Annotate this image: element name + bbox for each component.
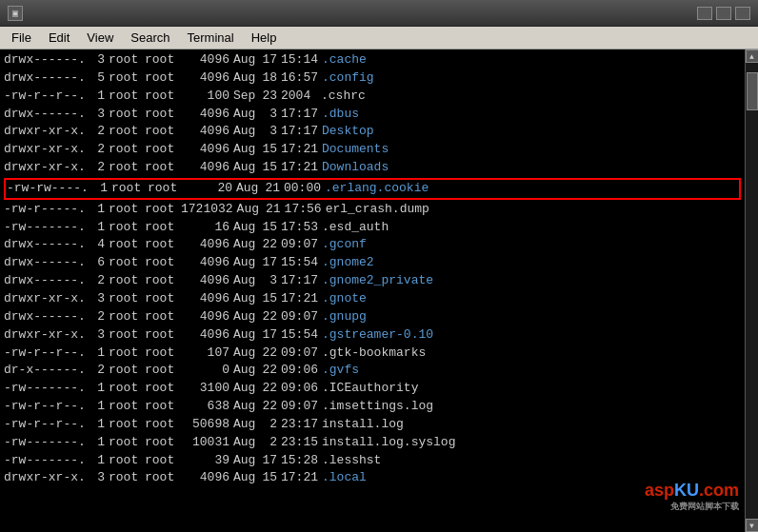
col-perms: drwxr-xr-x. <box>4 123 90 141</box>
col-group: root <box>145 254 181 272</box>
col-name: .erlang.cookie <box>325 180 429 198</box>
table-row: drwxr-xr-x.3root root 4096Aug 1517:21 .l… <box>4 469 741 487</box>
col-month: Aug <box>233 254 260 272</box>
table-row: drwxr-xr-x.2root root 4096Aug 317:17 Des… <box>4 123 741 141</box>
col-day: 2 <box>260 434 281 452</box>
col-group: root <box>148 180 184 198</box>
table-row: -rw-r--r--.1root root 50698Aug 223:17 in… <box>4 416 741 434</box>
col-size: 4096 <box>181 254 233 272</box>
table-row: drwx------.2root root 4096Aug 2209:07 .g… <box>4 308 741 326</box>
col-size: 4096 <box>181 141 233 159</box>
col-size: 39 <box>181 452 233 470</box>
scrollbar-track[interactable] <box>746 63 759 519</box>
col-perms: -rw-------. <box>4 219 90 237</box>
col-name: Downloads <box>322 159 389 177</box>
col-size: 4096 <box>181 308 233 326</box>
col-size: 1721032 <box>181 201 237 219</box>
menu-search[interactable]: Search <box>123 29 177 47</box>
menu-file[interactable]: File <box>4 29 39 47</box>
scroll-up-button[interactable]: ▲ <box>746 49 759 63</box>
col-group: root <box>145 308 181 326</box>
table-row: -rw-r--r--.1root root 100Sep 232004 .csh… <box>4 88 741 106</box>
col-name: .gnome2_private <box>322 272 433 290</box>
col-owner: root <box>109 236 145 254</box>
col-time: 09:07 <box>281 398 322 416</box>
col-day: 21 <box>264 201 285 219</box>
col-perms: drwxr-xr-x. <box>4 326 90 345</box>
table-row: -rw-r--r--.1root root 638Aug 2209:07 .im… <box>4 398 741 416</box>
terminal-content[interactable]: drwx------.3root root 4096Aug 1715:14 .c… <box>0 49 745 532</box>
scrollbar[interactable]: ▲ ▼ <box>745 49 758 532</box>
col-perms: -rw-------. <box>4 380 90 398</box>
scroll-down-button[interactable]: ▼ <box>746 519 759 532</box>
col-group: root <box>145 69 181 88</box>
col-month: Aug <box>233 219 260 237</box>
col-month: Aug <box>233 290 260 308</box>
col-links: 2 <box>90 272 109 290</box>
col-month: Aug <box>236 180 263 198</box>
menu-help[interactable]: Help <box>244 29 285 47</box>
col-month: Aug <box>233 51 260 69</box>
watermark-sub: 免费网站脚本下载 <box>645 501 739 513</box>
col-time: 09:07 <box>281 236 322 254</box>
col-perms: -rw-r--r--. <box>4 88 90 106</box>
col-name: .imsettings.log <box>322 398 433 416</box>
watermark-asp: asp <box>645 481 674 500</box>
table-row: -rw-r-----.1root root 1721032Aug 2117:56… <box>4 201 741 219</box>
col-time: 09:07 <box>281 345 322 363</box>
col-group: root <box>145 159 181 177</box>
minimize-button[interactable] <box>697 7 712 20</box>
table-row: -rw-------.1root root 39Aug 1715:28 .les… <box>4 452 741 470</box>
title-bar: ▣ <box>0 0 758 27</box>
col-links: 1 <box>90 201 109 219</box>
col-owner: root <box>109 141 145 159</box>
col-owner: root <box>109 434 145 452</box>
scrollbar-thumb[interactable] <box>747 72 758 110</box>
col-name: .config <box>322 69 374 88</box>
col-size: 100 <box>181 88 233 106</box>
col-group: root <box>145 326 181 345</box>
menu-terminal[interactable]: Terminal <box>180 29 242 47</box>
col-size: 4096 <box>181 123 233 141</box>
col-links: 3 <box>90 290 109 308</box>
col-day: 15 <box>260 141 281 159</box>
col-links: 1 <box>90 380 109 398</box>
table-row: dr-x------.2root root 0Aug 2209:06 .gvfs <box>4 362 741 380</box>
col-size: 638 <box>181 398 233 416</box>
col-name: .gvfs <box>322 362 359 380</box>
col-time: 17:17 <box>281 106 322 124</box>
col-links: 6 <box>90 254 109 272</box>
col-month: Aug <box>233 469 260 487</box>
menu-view[interactable]: View <box>79 29 121 47</box>
col-day: 2 <box>260 416 281 434</box>
col-links: 1 <box>90 345 109 363</box>
col-time: 17:21 <box>281 290 322 308</box>
col-day: 17 <box>260 452 281 470</box>
col-links: 3 <box>90 106 109 124</box>
maximize-button[interactable] <box>716 7 731 20</box>
col-time: 23:17 <box>281 416 322 434</box>
col-month: Aug <box>233 380 260 398</box>
col-size: 4096 <box>181 326 233 345</box>
col-day: 3 <box>260 123 281 141</box>
menu-edit[interactable]: Edit <box>41 29 77 47</box>
col-name: install.log.syslog <box>322 434 455 452</box>
col-month: Aug <box>233 141 260 159</box>
window-icon: ▣ <box>8 6 23 21</box>
col-owner: root <box>109 254 145 272</box>
table-row: -rw-rw----.1root root 20Aug 2100:00 .erl… <box>4 178 741 200</box>
col-time: 16:57 <box>281 69 322 88</box>
col-name: Documents <box>322 141 389 159</box>
col-size: 16 <box>181 219 233 237</box>
col-group: root <box>145 434 181 452</box>
table-row: -rw-------.1root root 10031Aug 223:15 in… <box>4 434 741 452</box>
close-button[interactable] <box>735 7 750 20</box>
col-links: 5 <box>90 69 109 88</box>
menu-bar: File Edit View Search Terminal Help <box>0 27 758 49</box>
col-name: Desktop <box>322 123 374 141</box>
col-name: .gstreamer-0.10 <box>322 326 433 345</box>
col-size: 4096 <box>181 159 233 177</box>
col-perms: -rw-------. <box>4 452 90 470</box>
col-owner: root <box>109 106 145 124</box>
col-links: 1 <box>90 219 109 237</box>
